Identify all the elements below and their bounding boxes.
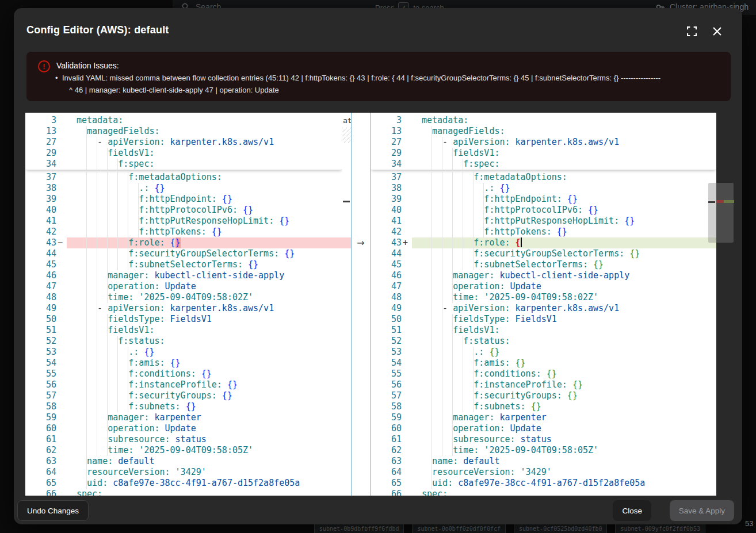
code-line-left-64[interactable]: 64resourceVersion: '3429' bbox=[25, 467, 351, 478]
code-line-left-53[interactable]: 53.: {} bbox=[25, 347, 351, 358]
modified-editor-pane[interactable]: 37f:metadataOptions:38.: {}39f:httpEndpo… bbox=[371, 113, 716, 496]
code-line-left-51[interactable]: 51fieldsV1: bbox=[25, 325, 351, 336]
code-line-right-43[interactable]: 43+f:role: { bbox=[371, 237, 716, 248]
code-line-left-37[interactable]: 37f:metadataOptions: bbox=[25, 172, 351, 183]
code-line-right-44[interactable]: 44f:securityGroupSelectorTerms: {} bbox=[371, 248, 716, 259]
code-line-right-61[interactable]: 61subresource: status bbox=[371, 434, 716, 445]
modal-title: Config Editor (AWS): default bbox=[26, 24, 169, 36]
code-line-left-38[interactable]: 38.: {} bbox=[25, 183, 351, 194]
code-line-right-65[interactable]: 65uid: c8afe97e-38cc-4f91-a767-d15f2a8fe… bbox=[371, 478, 716, 489]
code-line-right-42[interactable]: 42f:httpTokens: {} bbox=[371, 227, 716, 237]
code-line-left-29[interactable]: 29fieldsV1: bbox=[25, 148, 342, 159]
bullet-glyph: • bbox=[55, 74, 58, 82]
code-line-right-46[interactable]: 46manager: kubectl-client-side-apply bbox=[371, 270, 716, 281]
clipped-table-text: 53 bbox=[745, 519, 753, 528]
code-line-right-59[interactable]: 59manager: karpenter bbox=[371, 412, 716, 423]
code-line-left-13[interactable]: 13managedFields: bbox=[25, 126, 342, 137]
code-line-right-3[interactable]: 3metadata: bbox=[371, 115, 716, 126]
code-line-left-39[interactable]: 39f:httpEndpoint: {} bbox=[25, 194, 351, 205]
overview-ruler-mark-left bbox=[343, 201, 350, 202]
code-line-left-57[interactable]: 57f:securityGroups: {} bbox=[25, 390, 351, 401]
code-line-right-49[interactable]: 49- apiVersion: karpenter.k8s.aws/v1 bbox=[371, 303, 716, 314]
diff-gutter: → bbox=[351, 113, 371, 496]
code-line-right-60[interactable]: 60operation: Update bbox=[371, 423, 716, 434]
code-line-right-58[interactable]: 58f:subnets: {} bbox=[371, 401, 716, 412]
code-line-left-47[interactable]: 47operation: Update bbox=[25, 281, 351, 292]
code-line-left-50[interactable]: 50fieldsType: FieldsV1 bbox=[25, 314, 351, 325]
code-line-right-62[interactable]: 62time: '2025-09-04T09:58:05Z' bbox=[371, 445, 716, 456]
code-line-left-52[interactable]: 52f:status: bbox=[25, 336, 351, 347]
code-line-left-55[interactable]: 55f:conditions: {} bbox=[25, 369, 351, 379]
save-apply-button[interactable]: Save & Apply bbox=[670, 500, 734, 521]
code-line-left-62[interactable]: 62time: '2025-09-04T09:58:05Z' bbox=[25, 445, 351, 456]
revert-change-arrow-icon[interactable]: → bbox=[352, 237, 370, 248]
validation-alert: ! Validation Issues: • Invalid YAML: mis… bbox=[26, 52, 731, 101]
code-line-right-50[interactable]: 50fieldsType: FieldsV1 bbox=[371, 314, 716, 325]
code-line-right-37[interactable]: 37f:metadataOptions: bbox=[371, 172, 716, 183]
code-line-left-34[interactable]: 34f:spec: bbox=[25, 159, 342, 170]
code-line-right-51[interactable]: 51fieldsV1: bbox=[371, 325, 716, 336]
undo-changes-button[interactable]: Undo Changes bbox=[17, 500, 89, 521]
code-line-left-66[interactable]: 66spec: bbox=[25, 489, 351, 496]
config-editor-modal: Config Editor (AWS): default ! Validatio… bbox=[14, 8, 742, 524]
scrollbar-slider[interactable] bbox=[708, 183, 734, 243]
code-line-right-13[interactable]: 13managedFields: bbox=[371, 126, 716, 137]
clipped-text: at bbox=[343, 116, 351, 125]
code-line-left-41[interactable]: 41f:httpPutResponseHopLimit: {} bbox=[25, 216, 351, 227]
original-editor-pane[interactable]: 37f:metadataOptions:38.: {}39f:httpEndpo… bbox=[25, 113, 351, 496]
close-footer-button[interactable]: Close bbox=[613, 500, 651, 521]
code-line-left-48[interactable]: 48time: '2025-09-04T09:58:02Z' bbox=[25, 292, 351, 303]
code-line-left-61[interactable]: 61subresource: status bbox=[25, 434, 351, 445]
code-line-left-3[interactable]: 3metadata: bbox=[25, 115, 342, 126]
code-line-right-41[interactable]: 41f:httpPutResponseHopLimit: {} bbox=[371, 216, 716, 227]
code-line-left-44[interactable]: 44f:securityGroupSelectorTerms: {} bbox=[25, 248, 351, 259]
code-line-right-34[interactable]: 34f:spec: bbox=[371, 159, 716, 170]
code-line-left-54[interactable]: 54f:amis: {} bbox=[25, 358, 351, 369]
close-button[interactable] bbox=[711, 25, 723, 37]
close-icon bbox=[713, 27, 721, 36]
diff-hatch-pattern bbox=[342, 128, 351, 143]
code-line-left-56[interactable]: 56f:instanceProfile: {} bbox=[25, 379, 351, 390]
code-line-right-52[interactable]: 52f:status: bbox=[371, 336, 716, 347]
code-line-left-59[interactable]: 59manager: karpenter bbox=[25, 412, 351, 423]
code-line-right-38[interactable]: 38.: {} bbox=[371, 183, 716, 194]
sticky-scroll-modified: 3metadata:13managedFields:27- apiVersion… bbox=[371, 113, 716, 170]
alert-message-line2: ^ 46 | manager: kubectl-client-side-appl… bbox=[69, 86, 279, 94]
expand-button[interactable] bbox=[686, 25, 697, 37]
code-line-left-63[interactable]: 63name: default bbox=[25, 456, 351, 467]
code-line-right-29[interactable]: 29fieldsV1: bbox=[371, 148, 716, 159]
code-line-right-48[interactable]: 48time: '2025-09-04T09:58:02Z' bbox=[371, 292, 716, 303]
code-line-right-54[interactable]: 54f:amis: {} bbox=[371, 358, 716, 369]
code-line-left-60[interactable]: 60operation: Update bbox=[25, 423, 351, 434]
code-line-left-27[interactable]: 27- apiVersion: karpenter.k8s.aws/v1 bbox=[25, 137, 342, 148]
code-line-right-56[interactable]: 56f:instanceProfile: {} bbox=[371, 379, 716, 390]
code-line-right-64[interactable]: 64resourceVersion: '3429' bbox=[371, 467, 716, 478]
code-line-left-46[interactable]: 46manager: kubectl-client-side-apply bbox=[25, 270, 351, 281]
code-line-left-45[interactable]: 45f:subnetSelectorTerms: {} bbox=[25, 259, 351, 270]
code-line-right-55[interactable]: 55f:conditions: {} bbox=[371, 369, 716, 379]
code-line-right-63[interactable]: 63name: default bbox=[371, 456, 716, 467]
overview-ruler-mark-added bbox=[724, 200, 734, 203]
yaml-diff-editor: 37f:metadataOptions:38.: {}39f:httpEndpo… bbox=[25, 113, 716, 496]
code-line-left-65[interactable]: 65uid: c8afe97e-38cc-4f91-a767-d15f2a8fe… bbox=[25, 478, 351, 489]
alert-message-line1: Invalid YAML: missed comma between flow … bbox=[62, 74, 724, 82]
screen: Search Press / to search Cluster: anirba… bbox=[0, 0, 756, 533]
code-line-left-42[interactable]: 42f:httpTokens: {} bbox=[25, 227, 351, 237]
code-line-right-39[interactable]: 39f:httpEndpoint: {} bbox=[371, 194, 716, 205]
clipped-content-strip: at bbox=[342, 113, 351, 172]
overview-ruler-mark-dark bbox=[708, 201, 715, 203]
code-line-left-40[interactable]: 40f:httpProtocolIPv6: {} bbox=[25, 205, 351, 216]
alert-title: Validation Issues: bbox=[56, 61, 119, 70]
code-line-left-58[interactable]: 58f:subnets: {} bbox=[25, 401, 351, 412]
code-line-left-43[interactable]: 43−f:role: {} bbox=[25, 237, 351, 248]
overview-ruler-mark-deleted bbox=[716, 200, 724, 203]
code-line-right-57[interactable]: 57f:securityGroups: {} bbox=[371, 390, 716, 401]
code-line-right-47[interactable]: 47operation: Update bbox=[371, 281, 716, 292]
code-line-right-45[interactable]: 45f:subnetSelectorTerms: {} bbox=[371, 259, 716, 270]
code-line-right-66[interactable]: 66spec: bbox=[371, 489, 716, 496]
code-line-right-27[interactable]: 27- apiVersion: karpenter.k8s.aws/v1 bbox=[371, 137, 716, 148]
code-line-right-53[interactable]: 53.: {} bbox=[371, 347, 716, 358]
code-line-right-40[interactable]: 40f:httpProtocolIPv6: {} bbox=[371, 205, 716, 216]
expand-icon bbox=[687, 26, 697, 36]
code-line-left-49[interactable]: 49- apiVersion: karpenter.k8s.aws/v1 bbox=[25, 303, 351, 314]
